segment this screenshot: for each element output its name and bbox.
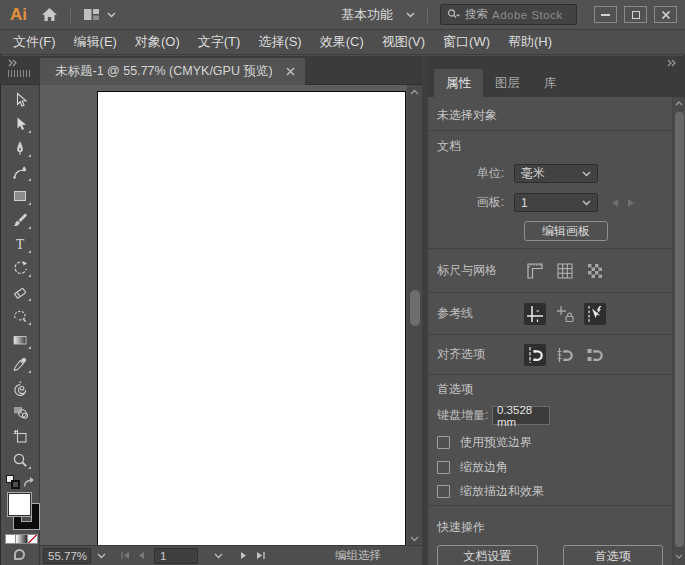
scroll-down-button[interactable]: [407, 532, 422, 545]
preferences-button[interactable]: 首选项: [563, 545, 664, 565]
fill-color-swatch[interactable]: [7, 492, 32, 517]
panel-scrollbar[interactable]: [672, 97, 685, 565]
pen-tool-button[interactable]: [5, 136, 35, 160]
default-fill-stroke-button[interactable]: [6, 475, 22, 491]
collapse-panel-button[interactable]: [667, 59, 677, 67]
quick-actions-section: 快速操作 文档设置 首选项: [428, 506, 672, 565]
zoom-tool-icon: [12, 452, 28, 468]
artboard-dropdown-button[interactable]: [208, 548, 228, 564]
vertical-scrollbar-thumb[interactable]: [410, 290, 420, 326]
panel-scrollbar-thumb[interactable]: [675, 112, 684, 547]
rotate-view-tool-button[interactable]: [5, 376, 35, 400]
chevron-down-icon: [582, 171, 591, 177]
smart-guides-button[interactable]: [584, 303, 606, 325]
show-guides-button[interactable]: [524, 303, 546, 325]
last-artboard-button[interactable]: [253, 548, 268, 564]
snap-to-grid-button[interactable]: [554, 344, 576, 366]
document-setup-button[interactable]: 文档设置: [437, 545, 538, 565]
selection-tool-button[interactable]: [5, 88, 35, 112]
panel-scroll-down-button[interactable]: [673, 550, 685, 563]
direct-selection-tool-icon: [12, 116, 28, 132]
zoom-tool-button[interactable]: [5, 448, 35, 472]
menu-help[interactable]: 帮助(H): [499, 33, 561, 51]
workspace-switcher-button[interactable]: [83, 7, 116, 22]
direct-selection-tool-button[interactable]: [5, 112, 35, 136]
menu-window[interactable]: 窗口(W): [434, 33, 499, 51]
zoom-level-dropdown-button[interactable]: [91, 548, 111, 564]
eraser-tool-button[interactable]: [5, 280, 35, 304]
unit-label: 单位:: [428, 165, 514, 182]
guides-section: 参考线: [428, 293, 672, 335]
artboard-dropdown[interactable]: 1: [514, 193, 598, 212]
tools-panel-header[interactable]: [0, 56, 39, 85]
artboard[interactable]: [97, 91, 406, 545]
menu-select[interactable]: 选择(S): [249, 33, 310, 51]
tab-layers[interactable]: 图层: [483, 69, 532, 97]
rectangle-tool-button[interactable]: [5, 184, 35, 208]
keyboard-increment-input[interactable]: 0.3528 mm: [492, 406, 550, 425]
document-tab-close-button[interactable]: [286, 67, 295, 76]
tab-libraries[interactable]: 库: [532, 69, 569, 97]
panel-header-strip: [428, 56, 685, 69]
type-tool-button[interactable]: T: [5, 232, 35, 256]
snap-to-point-button[interactable]: [524, 344, 546, 366]
home-button[interactable]: [41, 7, 58, 22]
rotate-tool-button[interactable]: [5, 256, 35, 280]
close-button[interactable]: [654, 6, 677, 23]
transparency-grid-icon: [585, 261, 605, 281]
artboard-nav-arrows: [612, 199, 634, 207]
use-preview-bounds-checkbox[interactable]: [437, 436, 450, 449]
document-tab[interactable]: 未标题-1 @ 55.77% (CMYK/GPU 预览): [40, 58, 305, 85]
canvas[interactable]: [40, 85, 422, 545]
first-artboard-button[interactable]: [117, 548, 132, 564]
artboard-tool-button[interactable]: [5, 424, 35, 448]
gradient-tool-button[interactable]: [5, 328, 35, 352]
shape-builder-tool-button[interactable]: [5, 400, 35, 424]
curvature-tool-button[interactable]: [5, 160, 35, 184]
tab-properties[interactable]: 属性: [434, 69, 483, 97]
lock-guides-button[interactable]: [554, 303, 576, 325]
menu-object[interactable]: 对象(O): [126, 33, 189, 51]
use-preview-bounds-label: 使用预览边界: [460, 434, 532, 451]
paintbrush-tool-button[interactable]: [5, 208, 35, 232]
scroll-up-button[interactable]: [407, 85, 422, 98]
chevron-down-icon: [214, 553, 223, 559]
zoom-level-input[interactable]: 55.77%: [43, 548, 91, 564]
menu-file[interactable]: 文件(F): [4, 33, 65, 51]
workspace-menu[interactable]: 基本功能: [341, 6, 415, 24]
snap-to-pixel-button[interactable]: [584, 344, 606, 366]
show-rulers-button[interactable]: [524, 260, 546, 282]
maximize-button[interactable]: [624, 6, 647, 23]
scale-corners-checkbox[interactable]: [437, 461, 450, 474]
eyedropper-tool-button[interactable]: [5, 352, 35, 376]
swap-fill-stroke-button[interactable]: [22, 476, 35, 488]
artboard-number-input[interactable]: 1: [154, 548, 198, 564]
none-swatch-button[interactable]: [27, 534, 38, 544]
next-artboard-icon[interactable]: [628, 199, 634, 207]
paintbrush-tool-icon: [12, 212, 28, 228]
lock-guides-icon: [555, 304, 575, 324]
vertical-scrollbar[interactable]: [406, 85, 422, 545]
no-selection-text: 未选择对象: [437, 108, 497, 122]
gradient-swatch-button[interactable]: [16, 534, 27, 544]
shaper-tool-button[interactable]: [5, 304, 35, 328]
tool-flyout-indicator: [28, 322, 31, 325]
show-transparency-grid-button[interactable]: [584, 260, 606, 282]
chevron-up-icon: [410, 89, 419, 95]
menu-type[interactable]: 文字(T): [189, 33, 250, 51]
scale-strokes-effects-checkbox[interactable]: [437, 485, 450, 498]
previous-artboard-icon[interactable]: [612, 199, 618, 207]
menu-view[interactable]: 视图(V): [373, 33, 434, 51]
edit-artboards-button[interactable]: 编辑画板: [524, 221, 608, 241]
draw-mode-button[interactable]: [14, 549, 25, 560]
panel-scroll-up-button[interactable]: [673, 97, 685, 110]
previous-artboard-button[interactable]: [134, 548, 149, 564]
menu-edit[interactable]: 编辑(E): [65, 33, 126, 51]
minimize-button[interactable]: [594, 6, 617, 23]
show-grid-button[interactable]: [554, 260, 576, 282]
stock-search-input[interactable]: 搜索 Adobe Stock: [440, 4, 577, 25]
color-swatch-button[interactable]: [5, 534, 16, 544]
next-artboard-button[interactable]: [236, 548, 251, 564]
menu-effect[interactable]: 效果(C): [311, 33, 373, 51]
unit-dropdown[interactable]: 毫米: [514, 164, 598, 183]
